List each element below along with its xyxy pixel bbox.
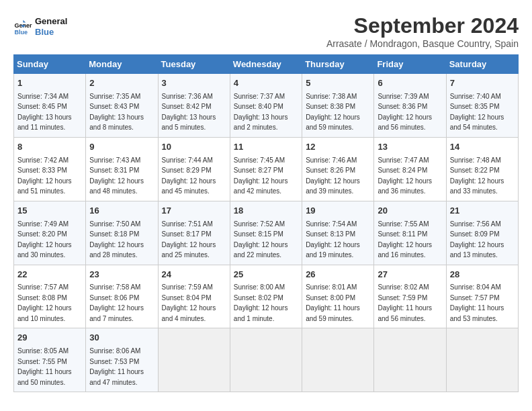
calendar-cell: 21Sunrise: 7:56 AM Sunset: 8:09 PM Dayli… <box>446 201 518 265</box>
day-number: 16 <box>89 205 154 218</box>
day-info: Sunrise: 7:48 AM Sunset: 8:22 PM Dayligh… <box>450 156 504 195</box>
day-info: Sunrise: 7:47 AM Sunset: 8:24 PM Dayligh… <box>378 156 432 195</box>
col-header-friday: Friday <box>374 55 446 74</box>
calendar-cell: 10Sunrise: 7:44 AM Sunset: 8:29 PM Dayli… <box>158 137 230 201</box>
day-number: 3 <box>162 77 226 90</box>
calendar-cell: 24Sunrise: 7:59 AM Sunset: 8:04 PM Dayli… <box>158 265 230 328</box>
day-number: 21 <box>450 205 515 218</box>
calendar-cell: 19Sunrise: 7:54 AM Sunset: 8:13 PM Dayli… <box>302 201 374 265</box>
logo-blue: Blue <box>35 27 54 37</box>
month-title: September 2024 <box>326 13 519 38</box>
day-number: 10 <box>162 141 226 154</box>
col-header-wednesday: Wednesday <box>230 55 302 74</box>
day-number: 18 <box>234 205 298 218</box>
day-info: Sunrise: 8:00 AM Sunset: 8:02 PM Dayligh… <box>234 283 288 322</box>
title-block: September 2024 Arrasate / Mondragon, Bas… <box>326 13 519 49</box>
calendar-cell <box>302 328 374 392</box>
day-number: 1 <box>17 77 82 90</box>
day-info: Sunrise: 7:35 AM Sunset: 8:43 PM Dayligh… <box>89 93 144 132</box>
calendar-cell: 1Sunrise: 7:34 AM Sunset: 8:45 PM Daylig… <box>14 74 86 138</box>
logo-general: General <box>35 16 67 26</box>
calendar-cell: 30Sunrise: 8:06 AM Sunset: 7:53 PM Dayli… <box>86 328 158 392</box>
day-number: 7 <box>450 77 515 90</box>
day-number: 23 <box>89 269 154 281</box>
day-info: Sunrise: 7:45 AM Sunset: 8:27 PM Dayligh… <box>234 156 288 195</box>
day-info: Sunrise: 7:44 AM Sunset: 8:29 PM Dayligh… <box>162 156 216 195</box>
page-header: General Blue General Blue September 2024… <box>13 13 519 49</box>
day-info: Sunrise: 8:06 AM Sunset: 7:53 PM Dayligh… <box>89 347 144 386</box>
day-info: Sunrise: 7:38 AM Sunset: 8:38 PM Dayligh… <box>306 93 360 132</box>
day-info: Sunrise: 7:34 AM Sunset: 8:45 PM Dayligh… <box>17 93 72 132</box>
calendar-cell: 6Sunrise: 7:39 AM Sunset: 8:36 PM Daylig… <box>374 74 446 138</box>
calendar-cell: 12Sunrise: 7:46 AM Sunset: 8:26 PM Dayli… <box>302 137 374 201</box>
day-number: 11 <box>234 141 298 154</box>
calendar-cell: 8Sunrise: 7:42 AM Sunset: 8:33 PM Daylig… <box>14 137 86 201</box>
calendar-cell: 7Sunrise: 7:40 AM Sunset: 8:35 PM Daylig… <box>446 74 518 138</box>
calendar-week-0: 1Sunrise: 7:34 AM Sunset: 8:45 PM Daylig… <box>14 74 519 138</box>
day-number: 9 <box>89 141 154 154</box>
col-header-monday: Monday <box>86 55 158 74</box>
calendar-cell: 17Sunrise: 7:51 AM Sunset: 8:17 PM Dayli… <box>158 201 230 265</box>
day-number: 12 <box>306 141 370 154</box>
calendar-cell: 13Sunrise: 7:47 AM Sunset: 8:24 PM Dayli… <box>374 137 446 201</box>
calendar-cell: 4Sunrise: 7:37 AM Sunset: 8:40 PM Daylig… <box>230 74 302 138</box>
day-number: 13 <box>378 141 442 154</box>
calendar-cell: 11Sunrise: 7:45 AM Sunset: 8:27 PM Dayli… <box>230 137 302 201</box>
day-number: 27 <box>378 269 442 281</box>
col-header-saturday: Saturday <box>446 55 518 74</box>
calendar-cell: 5Sunrise: 7:38 AM Sunset: 8:38 PM Daylig… <box>302 74 374 138</box>
calendar-week-4: 29Sunrise: 8:05 AM Sunset: 7:55 PM Dayli… <box>14 328 519 392</box>
calendar-cell <box>158 328 230 392</box>
calendar-week-1: 8Sunrise: 7:42 AM Sunset: 8:33 PM Daylig… <box>14 137 519 201</box>
day-info: Sunrise: 8:04 AM Sunset: 7:57 PM Dayligh… <box>450 283 504 322</box>
calendar-week-3: 22Sunrise: 7:57 AM Sunset: 8:08 PM Dayli… <box>14 265 519 328</box>
calendar-cell: 20Sunrise: 7:55 AM Sunset: 8:11 PM Dayli… <box>374 201 446 265</box>
calendar-cell: 18Sunrise: 7:52 AM Sunset: 8:15 PM Dayli… <box>230 201 302 265</box>
day-info: Sunrise: 8:01 AM Sunset: 8:00 PM Dayligh… <box>306 283 360 322</box>
calendar-cell: 26Sunrise: 8:01 AM Sunset: 8:00 PM Dayli… <box>302 265 374 328</box>
calendar-cell <box>374 328 446 392</box>
col-header-thursday: Thursday <box>302 55 374 74</box>
calendar-cell <box>446 328 518 392</box>
calendar-cell: 15Sunrise: 7:49 AM Sunset: 8:20 PM Dayli… <box>14 201 86 265</box>
calendar-cell: 22Sunrise: 7:57 AM Sunset: 8:08 PM Dayli… <box>14 265 86 328</box>
day-number: 4 <box>234 77 298 90</box>
day-number: 8 <box>17 141 82 154</box>
day-number: 17 <box>162 205 226 218</box>
day-info: Sunrise: 7:46 AM Sunset: 8:26 PM Dayligh… <box>306 156 360 195</box>
calendar-cell: 16Sunrise: 7:50 AM Sunset: 8:18 PM Dayli… <box>86 201 158 265</box>
day-number: 5 <box>306 77 370 90</box>
day-info: Sunrise: 8:05 AM Sunset: 7:55 PM Dayligh… <box>17 347 72 386</box>
day-info: Sunrise: 7:36 AM Sunset: 8:42 PM Dayligh… <box>162 93 216 132</box>
calendar-cell: 3Sunrise: 7:36 AM Sunset: 8:42 PM Daylig… <box>158 74 230 138</box>
svg-text:Blue: Blue <box>14 28 28 35</box>
day-info: Sunrise: 7:58 AM Sunset: 8:06 PM Dayligh… <box>89 283 144 322</box>
day-number: 25 <box>234 269 298 281</box>
col-header-tuesday: Tuesday <box>158 55 230 74</box>
calendar-cell: 9Sunrise: 7:43 AM Sunset: 8:31 PM Daylig… <box>86 137 158 201</box>
day-number: 22 <box>17 269 82 281</box>
day-info: Sunrise: 7:59 AM Sunset: 8:04 PM Dayligh… <box>162 283 216 322</box>
logo-icon: General Blue <box>13 17 32 36</box>
calendar-cell: 29Sunrise: 8:05 AM Sunset: 7:55 PM Dayli… <box>14 328 86 392</box>
day-info: Sunrise: 7:42 AM Sunset: 8:33 PM Dayligh… <box>17 156 72 195</box>
day-number: 6 <box>378 77 442 90</box>
day-number: 19 <box>306 205 370 218</box>
logo: General Blue General Blue <box>13 16 67 37</box>
day-number: 29 <box>17 332 82 345</box>
day-info: Sunrise: 7:56 AM Sunset: 8:09 PM Dayligh… <box>450 220 504 259</box>
day-info: Sunrise: 7:37 AM Sunset: 8:40 PM Dayligh… <box>234 93 288 132</box>
day-number: 26 <box>306 269 370 281</box>
day-info: Sunrise: 7:54 AM Sunset: 8:13 PM Dayligh… <box>306 220 360 259</box>
day-info: Sunrise: 8:02 AM Sunset: 7:59 PM Dayligh… <box>378 283 432 322</box>
day-info: Sunrise: 7:55 AM Sunset: 8:11 PM Dayligh… <box>378 220 432 259</box>
day-info: Sunrise: 7:49 AM Sunset: 8:20 PM Dayligh… <box>17 220 72 259</box>
calendar-cell: 25Sunrise: 8:00 AM Sunset: 8:02 PM Dayli… <box>230 265 302 328</box>
day-info: Sunrise: 7:43 AM Sunset: 8:31 PM Dayligh… <box>89 156 144 195</box>
day-number: 2 <box>89 77 154 90</box>
day-info: Sunrise: 7:57 AM Sunset: 8:08 PM Dayligh… <box>17 283 72 322</box>
calendar-table: SundayMondayTuesdayWednesdayThursdayFrid… <box>13 54 519 392</box>
calendar-cell: 14Sunrise: 7:48 AM Sunset: 8:22 PM Dayli… <box>446 137 518 201</box>
header-row: SundayMondayTuesdayWednesdayThursdayFrid… <box>14 55 519 74</box>
calendar-cell: 2Sunrise: 7:35 AM Sunset: 8:43 PM Daylig… <box>86 74 158 138</box>
